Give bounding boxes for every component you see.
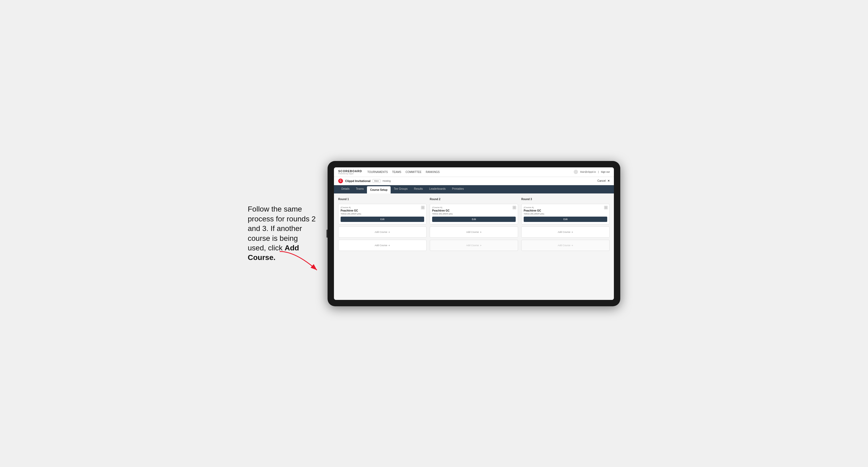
round-3-add-course-button-2: Add Course + — [521, 240, 610, 251]
tab-tee-groups[interactable]: Tee Groups — [391, 185, 411, 193]
nav-committee[interactable]: COMMITTEE — [406, 170, 422, 174]
brand: SCOREBOARD Powered by clippd — [338, 169, 362, 175]
tab-details[interactable]: Details — [338, 185, 353, 193]
instruction-line1: Follow the same process for rounds 2 and… — [248, 205, 316, 261]
round-3-edit-button[interactable]: Edit — [524, 217, 607, 222]
round-3-label: Round 3 — [521, 198, 610, 200]
round-2-plus-icon: + — [480, 230, 482, 234]
round-3-plus-icon-2: + — [571, 244, 573, 247]
top-nav-links: TOURNAMENTS TEAMS COMMITTEE RANKINGS — [367, 170, 574, 174]
round-2-course-tag: (Course A) — [432, 206, 516, 209]
round-3-delete-icon[interactable]: □ — [604, 206, 608, 210]
sign-out-link[interactable]: Sign out — [601, 170, 610, 173]
round-2-course-detail: Yellow (M) (6629 yds) — [432, 213, 516, 215]
nav-divider: | — [598, 170, 599, 173]
round-3-course-tag: (Course A) — [524, 206, 607, 209]
round-2-column: Round 2 □ (Course A) Peachtree GC Yellow… — [430, 198, 518, 251]
tab-course-setup[interactable]: Course Setup — [367, 186, 391, 193]
round-2-edit-button[interactable]: Edit — [432, 217, 516, 222]
tablet-side-button — [327, 230, 328, 238]
brand-sub: Powered by clippd — [338, 173, 362, 175]
round-3-course-detail: Yellow (M) (6629 yds) — [524, 213, 607, 215]
round-3-course-card: □ (Course A) Peachtree GC Yellow (M) (66… — [521, 204, 610, 224]
round-1-add-course-button-2[interactable]: Add Course + — [338, 240, 427, 251]
round-2-add-course-label-2: Add Course — [466, 244, 479, 247]
cancel-icon: ✕ — [608, 179, 610, 182]
rounds-grid: Round 1 □ (Course A) Peachtree GC Yellow… — [338, 198, 610, 251]
nav-rankings[interactable]: RANKINGS — [426, 170, 440, 174]
round-2-course-name: Peachtree GC — [432, 209, 516, 212]
round-3-add-course-label-2: Add Course — [558, 244, 570, 247]
instruction-text: Follow the same process for rounds 2 and… — [248, 205, 317, 262]
round-1-course-card: □ (Course A) Peachtree GC Yellow (M) (66… — [338, 204, 427, 224]
nav-teams[interactable]: TEAMS — [392, 170, 401, 174]
round-2-plus-icon-2: + — [480, 244, 482, 247]
round-2-add-course-button-2: Add Course + — [430, 240, 518, 251]
round-1-plus-icon: + — [389, 230, 390, 234]
tab-printables[interactable]: Printables — [449, 185, 467, 193]
nav-tournaments[interactable]: TOURNAMENTS — [367, 170, 388, 174]
instruction-bold: Add Course. — [248, 244, 299, 261]
tab-leaderboards[interactable]: Leaderboards — [426, 185, 449, 193]
round-1-course-name: Peachtree GC — [341, 209, 424, 212]
round-2-add-course-button[interactable]: Add Course + — [430, 226, 518, 238]
round-3-add-course-label: Add Course — [558, 231, 570, 234]
round-1-delete-icon[interactable]: □ — [421, 206, 425, 210]
round-1-add-course-button[interactable]: Add Course + — [338, 226, 427, 238]
user-email: blair@clippd.io — [580, 170, 596, 173]
round-1-course-detail: Yellow (M) (6629 yds) — [341, 213, 424, 215]
tablet-frame: SCOREBOARD Powered by clippd TOURNAMENTS… — [328, 161, 620, 306]
tab-teams[interactable]: Teams — [353, 185, 367, 193]
tournament-bar: C Clippd Invitational Men Hosting Cancel… — [334, 177, 614, 185]
top-nav-right: blair@clippd.io | Sign out — [574, 170, 610, 174]
round-3-course-name: Peachtree GC — [524, 209, 607, 212]
round-1-plus-icon-2: + — [389, 244, 390, 247]
cancel-button[interactable]: Cancel ✕ — [597, 179, 610, 182]
round-2-delete-icon[interactable]: □ — [513, 206, 516, 210]
round-3-column: Round 3 □ (Course A) Peachtree GC Yellow… — [521, 198, 610, 251]
top-nav: SCOREBOARD Powered by clippd TOURNAMENTS… — [334, 167, 614, 177]
round-3-add-course-button[interactable]: Add Course + — [521, 226, 610, 238]
content-area: Round 1 □ (Course A) Peachtree GC Yellow… — [334, 193, 614, 300]
tournament-badge: Men — [373, 179, 380, 183]
tournament-logo: C — [338, 179, 343, 183]
tournament-name: Clippd Invitational — [345, 179, 370, 183]
tab-results[interactable]: Results — [411, 185, 426, 193]
round-3-plus-icon: + — [571, 230, 573, 234]
round-1-course-tag: (Course A) — [341, 206, 424, 209]
round-1-label: Round 1 — [338, 198, 427, 200]
round-1-edit-button[interactable]: Edit — [341, 217, 424, 222]
round-1-add-course-label: Add Course — [375, 231, 388, 234]
tablet-screen: SCOREBOARD Powered by clippd TOURNAMENTS… — [334, 167, 614, 300]
round-1-column: Round 1 □ (Course A) Peachtree GC Yellow… — [338, 198, 427, 251]
hosting-badge: Hosting — [383, 180, 391, 182]
tabs-bar: Details Teams Course Setup Tee Groups Re… — [334, 185, 614, 193]
round-1-add-course-label-2: Add Course — [375, 244, 388, 247]
round-2-add-course-label: Add Course — [466, 231, 479, 234]
brand-title: SCOREBOARD — [338, 169, 362, 173]
avatar — [574, 170, 578, 174]
round-2-label: Round 2 — [430, 198, 518, 200]
tournament-info: C Clippd Invitational Men Hosting — [338, 179, 391, 183]
round-2-course-card: □ (Course A) Peachtree GC Yellow (M) (66… — [430, 204, 518, 224]
